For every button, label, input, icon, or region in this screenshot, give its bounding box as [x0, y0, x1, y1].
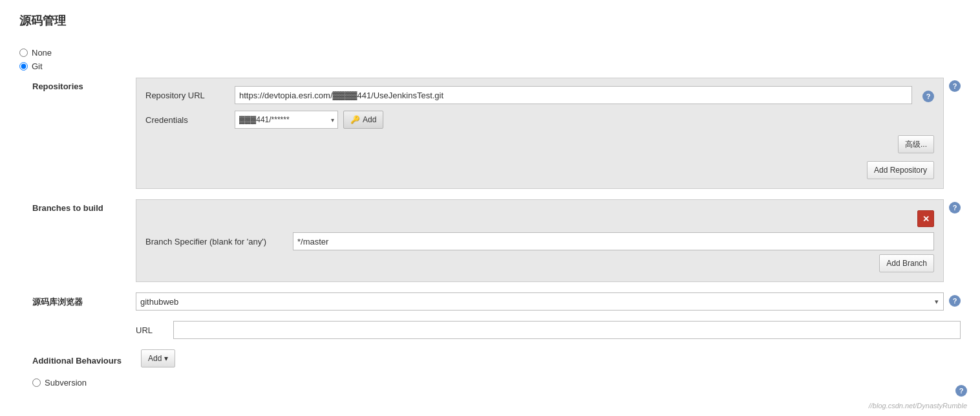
branches-block: Branches to build ✕ Branch Specifier (bl…: [32, 199, 961, 282]
credentials-label: Credentials: [145, 115, 229, 125]
delete-icon: ✕: [922, 214, 930, 224]
none-radio-item: None: [19, 48, 961, 58]
none-radio[interactable]: [19, 49, 28, 57]
add-branch-row: Add Branch: [145, 250, 934, 272]
add-repo-row: Add Repository: [145, 159, 934, 179]
branches-content: ✕ Branch Specifier (blank for 'any') Add…: [136, 199, 944, 282]
add-repository-label: Add Repository: [874, 166, 927, 175]
scm-radio-group: None Git: [19, 48, 961, 71]
branches-inner: ✕ Branch Specifier (blank for 'any') Add…: [145, 208, 934, 272]
add-branch-label: Add Branch: [886, 259, 927, 268]
repositories-help-icon[interactable]: ?: [949, 80, 961, 92]
add-behaviour-label: Add: [148, 354, 162, 363]
browser-select[interactable]: githubweb github gitblit gitiles gitlab …: [136, 292, 944, 311]
subversion-label[interactable]: Subversion: [45, 378, 87, 388]
delete-branch-button[interactable]: ✕: [917, 210, 934, 227]
repo-url-row: Repository URL ?: [145, 86, 934, 104]
subversion-radio-item: Subversion: [32, 378, 961, 388]
browser-section: 源码库浏览器 githubweb github gitblit gitiles …: [32, 292, 961, 311]
credentials-row: Credentials ▓▓▓441/****** 🔑 Add: [145, 111, 934, 129]
repo-url-input[interactable]: [235, 86, 912, 104]
additional-section: Additional Behaviours Add ▾: [32, 349, 961, 367]
url-row: URL: [136, 321, 961, 339]
watermark: //blog.csdn.net/DynastyRumble: [869, 402, 967, 410]
subversion-help-icon[interactable]: ?: [955, 385, 967, 397]
branch-specifier-row: Branch Specifier (blank for 'any'): [145, 232, 934, 250]
repositories-label: Repositories: [32, 78, 136, 91]
branch-specifier-label: Branch Specifier (blank for 'any'): [145, 237, 288, 246]
additional-label: Additional Behaviours: [32, 352, 136, 366]
page-title: 源码管理: [19, 13, 961, 35]
main-container: 源码管理 None Git Repositories Repository UR…: [0, 0, 980, 416]
add-credentials-button[interactable]: 🔑 Add: [343, 111, 383, 129]
repo-buttons-row: 高级...: [145, 135, 934, 159]
none-label[interactable]: None: [32, 48, 52, 58]
credentials-select-wrapper: ▓▓▓441/******: [235, 111, 338, 129]
subversion-radio[interactable]: [32, 378, 41, 387]
git-label[interactable]: Git: [32, 61, 43, 71]
advanced-button[interactable]: 高级...: [898, 135, 934, 153]
credentials-select[interactable]: ▓▓▓441/******: [235, 111, 338, 129]
browser-select-wrapper: githubweb github gitblit gitiles gitlab …: [136, 292, 944, 311]
add-branch-button[interactable]: Add Branch: [879, 254, 934, 272]
key-icon: 🔑: [350, 115, 360, 124]
url-input[interactable]: [173, 321, 961, 339]
repo-url-label: Repository URL: [145, 91, 229, 100]
git-radio-item: Git: [19, 61, 961, 71]
repo-url-help-icon[interactable]: ?: [922, 91, 934, 102]
advanced-label: 高级...: [905, 139, 927, 150]
repositories-content: Repository URL ? Credentials ▓▓▓441/****…: [136, 78, 944, 189]
branch-delete-row: ✕: [145, 210, 934, 227]
browser-help-icon[interactable]: ?: [949, 295, 961, 307]
dropdown-arrow-icon: ▾: [164, 354, 168, 363]
add-repository-button[interactable]: Add Repository: [867, 161, 934, 179]
repositories-block: Repositories Repository URL ? Credential…: [32, 78, 961, 189]
branches-help-icon[interactable]: ?: [949, 202, 961, 213]
add-behaviour-button[interactable]: Add ▾: [141, 349, 175, 367]
git-radio[interactable]: [19, 62, 28, 71]
branch-specifier-input[interactable]: [293, 232, 934, 250]
browser-section-label: 源码库浏览器: [32, 292, 136, 308]
url-label: URL: [136, 325, 168, 335]
git-section: Repositories Repository URL ? Credential…: [32, 78, 961, 388]
add-credentials-label: Add: [363, 115, 376, 124]
branches-label: Branches to build: [32, 199, 136, 213]
